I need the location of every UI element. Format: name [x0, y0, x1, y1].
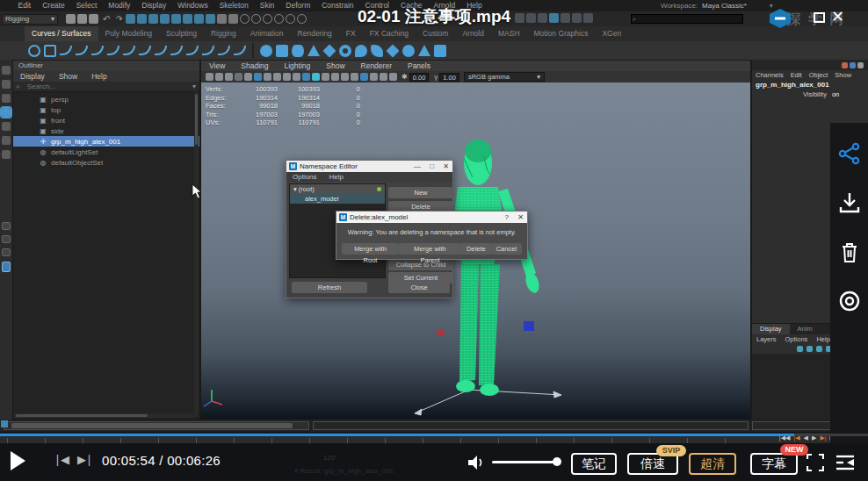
delete-dialog-titlebar[interactable]: M Delete:alex_model ? ✕ — [336, 212, 527, 223]
shelf-tool-icon[interactable] — [252, 43, 254, 58]
namespace-root-item[interactable]: ▾ (root) — [290, 184, 385, 194]
gamma-field[interactable]: 1.00 — [439, 73, 459, 82]
viewport-tool-icon[interactable] — [215, 73, 223, 81]
subtitles-button[interactable]: 字幕 — [750, 453, 798, 475]
viewport-tool-icon[interactable] — [293, 73, 300, 81]
shelf-tool-icon[interactable] — [44, 45, 56, 57]
outliner-hscrollbar[interactable] — [14, 413, 193, 418]
exposure-icon[interactable]: ✱ — [401, 73, 408, 81]
viewport-menu-item[interactable]: View — [201, 61, 233, 71]
trash-icon[interactable] — [838, 240, 861, 263]
shelf-tool-icon[interactable] — [107, 46, 119, 55]
shelf-tab[interactable]: FX Caching — [363, 26, 416, 41]
rotate-tool-icon[interactable] — [2, 122, 11, 131]
viewport-tool-icon[interactable] — [244, 73, 252, 81]
outliner-item[interactable]: ▣ side — [13, 126, 199, 136]
outliner-menu-item[interactable]: Show — [52, 71, 84, 82]
shelf-tool-icon[interactable] — [139, 46, 151, 55]
shelf-tab[interactable]: Rigging — [204, 26, 243, 41]
exposure-field[interactable]: 0.00 — [409, 73, 430, 82]
new-button[interactable]: New — [388, 187, 453, 198]
menu-item[interactable]: Edit — [787, 70, 806, 80]
outliner-item[interactable]: ▣ top — [13, 104, 199, 115]
maximize-button[interactable] — [814, 12, 825, 23]
viewport-tool-icon[interactable] — [389, 73, 397, 81]
dialog-button[interactable]: Cancel — [491, 243, 522, 255]
shelf-tab[interactable]: Poly Modeling — [98, 26, 159, 41]
range-slider[interactable] — [4, 421, 309, 430]
outliner-vscrollbar[interactable] — [194, 92, 199, 417]
dialog-button[interactable]: Delete — [461, 243, 491, 255]
viewport-tool-icon[interactable] — [341, 73, 349, 81]
menu-item[interactable]: Channels — [752, 70, 787, 80]
visibility-attribute[interactable]: Visibilityon — [752, 90, 868, 99]
play-button[interactable] — [11, 451, 25, 470]
move-tool-icon[interactable] — [2, 108, 11, 117]
shelf-tool-icon[interactable] — [371, 45, 383, 57]
layer-icon[interactable] — [797, 346, 803, 352]
shelf-tool-icon[interactable] — [234, 46, 246, 55]
viewport-tool-icon[interactable] — [206, 73, 213, 81]
shelf-tool-icon[interactable] — [186, 46, 199, 55]
menu-item[interactable]: Show — [831, 70, 855, 80]
gamma-icon[interactable]: γ — [434, 73, 438, 81]
anim-pref-icon[interactable] — [1, 420, 8, 427]
next-video-button[interactable]: ▶❘ — [77, 453, 92, 466]
chevron-down-icon[interactable]: ▾ — [192, 82, 196, 92]
viewport-tool-icon[interactable] — [351, 73, 358, 81]
video-progress-bar[interactable] — [0, 434, 868, 436]
menu-item[interactable]: Object — [806, 70, 832, 80]
layout-split-icon[interactable] — [2, 248, 11, 256]
history-icon[interactable] — [850, 62, 856, 68]
scale-tool-icon[interactable] — [2, 136, 11, 145]
shelf-tab[interactable]: Custom — [416, 26, 455, 41]
view-transform-dropdown[interactable]: sRGB gamma ▾ — [464, 72, 545, 82]
viewport-tool-icon[interactable] — [283, 73, 291, 81]
minimize-button[interactable] — [768, 8, 792, 29]
outliner-item[interactable]: ▣ front — [13, 115, 199, 126]
menu-item[interactable]: Help — [323, 172, 350, 182]
select-tool-icon[interactable] — [2, 66, 11, 75]
range-bar[interactable] — [313, 421, 749, 430]
viewport-tool-icon[interactable] — [312, 73, 320, 81]
volume-icon[interactable] — [467, 455, 485, 470]
shelf-tool-icon[interactable] — [170, 46, 183, 55]
outliner-item[interactable]: ◍ defaultLightSet — [13, 147, 199, 157]
shelf-tool-icon[interactable] — [28, 45, 40, 57]
shelf-tool-icon[interactable] — [218, 46, 230, 55]
fullscreen-icon[interactable] — [807, 454, 824, 471]
shelf-tab[interactable]: MASH — [491, 26, 527, 41]
shelf-tool-icon[interactable] — [418, 45, 430, 56]
outliner-item[interactable]: ✛ grp_m_high_alex_001 — [13, 136, 199, 147]
dialog-button[interactable]: Merge with Parent — [399, 243, 461, 255]
shelf-tool-icon[interactable] — [386, 44, 399, 57]
shelf-tab[interactable]: FX — [339, 26, 363, 41]
outliner-menu-item[interactable]: Display — [13, 71, 52, 82]
viewport-tool-icon[interactable] — [273, 73, 281, 81]
shelf-tool-icon[interactable] — [292, 45, 304, 57]
shelf-tool-icon[interactable] — [339, 45, 351, 57]
viewport-tool-icon[interactable] — [331, 73, 339, 81]
namespace-child-item[interactable]: alex_model — [290, 194, 385, 204]
shelf-tool-icon[interactable] — [202, 46, 214, 55]
shelf-tool-icon[interactable] — [260, 45, 272, 57]
last-tool-icon[interactable] — [2, 150, 11, 159]
volume-slider[interactable] — [492, 461, 559, 463]
refresh-button[interactable]: Refresh — [292, 282, 367, 293]
shelf-tool-icon[interactable] — [307, 45, 320, 56]
attribute-value[interactable]: on — [832, 90, 839, 98]
menu-item[interactable]: Layers — [752, 334, 781, 344]
viewport-tool-icon[interactable] — [360, 73, 368, 81]
shelf-tool-icon[interactable] — [434, 45, 446, 57]
playlist-icon[interactable] — [835, 454, 856, 471]
viewport-menu-item[interactable]: Shading — [233, 61, 276, 71]
shelf-tool-icon[interactable] — [60, 46, 72, 55]
shelf-tab[interactable]: Sculpting — [159, 26, 204, 41]
character-icon[interactable] — [842, 62, 848, 68]
namespace-editor-titlebar[interactable]: M Namespace Editor — □ ✕ — [286, 161, 452, 172]
shelf-tab[interactable]: Motion Graphics — [527, 26, 596, 41]
menu-item[interactable]: Options — [286, 172, 323, 182]
layer-tab[interactable]: Anim — [790, 324, 821, 334]
help-icon[interactable]: ? — [502, 213, 512, 221]
volume-slider-knob[interactable] — [553, 457, 561, 466]
